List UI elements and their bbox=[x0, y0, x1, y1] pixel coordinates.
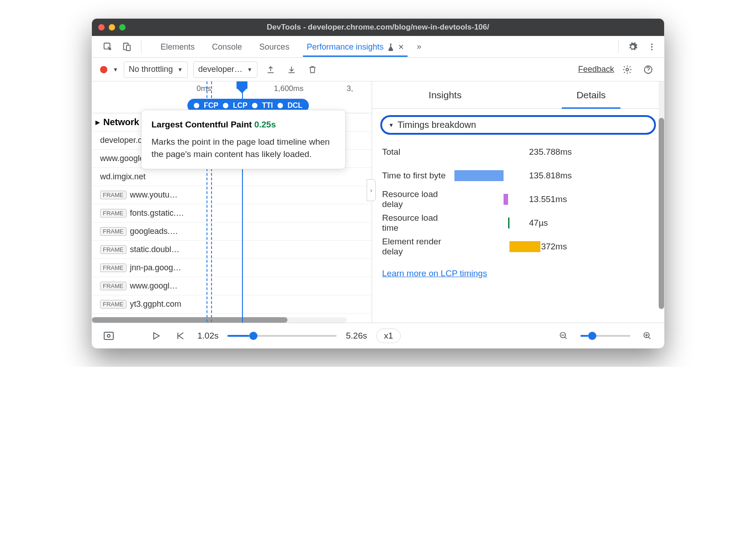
marker-dot-icon bbox=[277, 103, 283, 108]
timing-value: 47µs bbox=[529, 218, 548, 228]
tab-label: Console bbox=[212, 42, 242, 52]
kebab-menu-icon[interactable] bbox=[644, 39, 660, 55]
tab-insights[interactable]: Insights bbox=[372, 81, 518, 108]
timings-breakdown-header[interactable]: ▼ Timings breakdown bbox=[380, 115, 656, 135]
chevron-down-icon: ▼ bbox=[177, 66, 183, 73]
play-icon[interactable] bbox=[148, 328, 164, 344]
timing-label: Resource load delay bbox=[382, 189, 448, 209]
horizontal-scrollbar[interactable] bbox=[92, 317, 347, 323]
traffic-lights bbox=[98, 24, 126, 30]
panel-settings-icon[interactable] bbox=[620, 62, 635, 77]
zoom-slider[interactable] bbox=[580, 335, 630, 337]
flask-icon bbox=[387, 43, 394, 51]
network-host: fonts.gstatic.… bbox=[130, 208, 184, 218]
timing-bar bbox=[454, 170, 523, 181]
target-select[interactable]: developer… ▼ bbox=[193, 61, 257, 78]
network-host: yt3.ggpht.com bbox=[130, 299, 181, 309]
timeline-tick: 0ms bbox=[197, 84, 211, 93]
tabs-overflow-icon[interactable]: » bbox=[411, 39, 427, 55]
frame-badge: FRAME bbox=[100, 209, 126, 218]
network-row[interactable]: FRAMEstatic.doubl… bbox=[92, 241, 372, 259]
preview-icon[interactable] bbox=[101, 328, 116, 344]
record-button[interactable] bbox=[100, 66, 107, 73]
devtools-window: DevTools - developer.chrome.com/blog/new… bbox=[91, 18, 665, 349]
timing-value: 235.788ms bbox=[529, 147, 572, 157]
timing-bar bbox=[454, 194, 523, 205]
marker-dcl: DCL bbox=[287, 101, 302, 110]
tab-details[interactable]: Details bbox=[518, 81, 664, 108]
tab-label: Performance insights bbox=[307, 42, 383, 52]
network-row[interactable]: FRAMEfonts.gstatic.… bbox=[92, 204, 372, 223]
rtab-label: Insights bbox=[428, 90, 461, 101]
right-panel: Insights Details ▼ Timings breakdown Tot… bbox=[372, 81, 664, 323]
throttling-value: No throttling bbox=[129, 65, 173, 74]
record-menu-chevron-icon[interactable]: ▼ bbox=[113, 66, 118, 73]
scrollbar-thumb[interactable] bbox=[659, 118, 664, 309]
network-host: googleads.… bbox=[130, 227, 178, 236]
network-row[interactable]: FRAMEjnn-pa.goog… bbox=[92, 259, 372, 277]
delete-icon[interactable] bbox=[305, 62, 320, 77]
tab-console[interactable]: Console bbox=[208, 37, 246, 56]
tab-elements[interactable]: Elements bbox=[157, 37, 198, 56]
close-tab-icon[interactable]: ✕ bbox=[398, 43, 404, 51]
panel-expand-handle[interactable]: › bbox=[367, 179, 376, 201]
device-toggle-icon[interactable] bbox=[119, 39, 135, 55]
target-value: developer… bbox=[198, 65, 242, 74]
tab-sources[interactable]: Sources bbox=[256, 37, 293, 56]
timing-value: 135.818ms bbox=[529, 171, 572, 181]
rewind-icon[interactable] bbox=[173, 328, 188, 344]
timing-value: 13.551ms bbox=[529, 194, 567, 204]
timing-row: Time to first byte135.818ms bbox=[382, 164, 654, 187]
timing-row: Element render delay86.372ms bbox=[382, 235, 654, 258]
timing-row: Resource load delay13.551ms bbox=[382, 187, 654, 211]
zoom-out-icon[interactable] bbox=[556, 328, 571, 344]
vertical-scrollbar[interactable] bbox=[659, 81, 664, 297]
minimize-icon[interactable] bbox=[109, 24, 115, 30]
timeline-header[interactable]: 0ms 1,600ms 3, FCP LCP TTI DCL bbox=[92, 81, 372, 113]
divider bbox=[618, 41, 619, 53]
frame-badge: FRAME bbox=[100, 191, 126, 199]
svg-point-6 bbox=[626, 68, 629, 71]
toolbar: ▼ No throttling ▼ developer… ▼ Feedback bbox=[92, 58, 664, 81]
triangle-down-icon: ▼ bbox=[388, 122, 394, 128]
tab-performance-insights[interactable]: Performance insights ✕ bbox=[303, 37, 408, 56]
total-time: 5.26s bbox=[346, 331, 367, 341]
help-icon[interactable] bbox=[640, 62, 656, 77]
playhead-handle[interactable] bbox=[237, 81, 247, 89]
frame-badge: FRAME bbox=[100, 300, 126, 309]
network-host: www.googl… bbox=[130, 281, 178, 291]
network-row[interactable]: wd.imgix.net bbox=[92, 168, 372, 186]
close-icon[interactable] bbox=[98, 24, 105, 30]
network-row[interactable]: FRAMEwww.googl… bbox=[92, 277, 372, 295]
network-row[interactable]: FRAMEgoogleads.… bbox=[92, 223, 372, 241]
footer-bar: 1.02s 5.26s x1 bbox=[92, 323, 664, 348]
slider-thumb[interactable] bbox=[249, 332, 257, 340]
network-title: Network bbox=[103, 117, 139, 127]
learn-more-link[interactable]: Learn more on LCP timings bbox=[382, 268, 654, 279]
network-row[interactable]: FRAMEwww.youtu… bbox=[92, 186, 372, 204]
network-row[interactable]: FRAMEyt3.ggpht.com bbox=[92, 295, 372, 314]
feedback-link[interactable]: Feedback bbox=[578, 65, 614, 74]
scrollbar-thumb[interactable] bbox=[92, 317, 287, 323]
rtab-label: Details bbox=[576, 90, 605, 101]
marker-tti: TTI bbox=[262, 101, 273, 110]
network-host: www.youtu… bbox=[130, 190, 178, 200]
export-icon[interactable] bbox=[263, 62, 278, 77]
timeline-tick: 3, bbox=[347, 84, 353, 93]
inspect-icon[interactable] bbox=[100, 39, 116, 55]
marker-lcp: LCP bbox=[233, 101, 247, 110]
network-host: static.doubl… bbox=[130, 245, 180, 254]
maximize-icon[interactable] bbox=[119, 24, 126, 30]
network-host: www.google- bbox=[100, 154, 147, 163]
settings-gear-icon[interactable] bbox=[625, 39, 640, 55]
timing-label: Time to first byte bbox=[382, 171, 448, 181]
marker-dot-icon bbox=[194, 103, 199, 108]
slider-thumb[interactable] bbox=[588, 332, 596, 340]
throttling-select[interactable]: No throttling ▼ bbox=[124, 61, 188, 78]
time-slider[interactable] bbox=[227, 335, 337, 337]
left-panel: 0ms 1,600ms 3, FCP LCP TTI DCL ▶ Network bbox=[92, 81, 372, 323]
zoom-in-icon[interactable] bbox=[640, 328, 655, 344]
speed-control[interactable]: x1 bbox=[376, 329, 401, 343]
window-title: DevTools - developer.chrome.com/blog/new… bbox=[92, 23, 664, 32]
import-icon[interactable] bbox=[284, 62, 299, 77]
